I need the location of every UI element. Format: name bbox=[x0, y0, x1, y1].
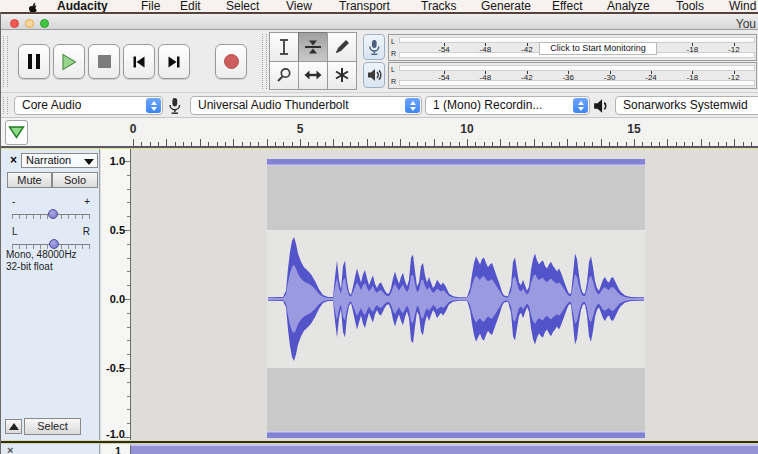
playback-device-value: Sonarworks Systemwid bbox=[623, 98, 748, 112]
stepper-icon bbox=[146, 98, 161, 113]
play-button[interactable] bbox=[53, 44, 85, 79]
menu-item-view[interactable]: View bbox=[286, 0, 312, 12]
track-2-ruler-label: 1 bbox=[115, 445, 121, 454]
selection-tool-button[interactable] bbox=[269, 32, 299, 62]
meter-scale-label: -12 bbox=[728, 45, 740, 54]
waveform-canvas[interactable] bbox=[130, 149, 758, 440]
menu-item-wind[interactable]: Wind bbox=[729, 0, 756, 12]
skip-to-end-button[interactable] bbox=[158, 44, 190, 79]
audacity-window: AudacityFileEditSelectViewTransportTrack… bbox=[0, 0, 758, 454]
playback-meter-speaker-button[interactable] bbox=[363, 62, 385, 88]
draw-tool-button[interactable] bbox=[327, 32, 357, 62]
close-track-icon[interactable]: × bbox=[7, 445, 13, 454]
track-control-panel: × Narration Mute Solo - + L R Mono bbox=[0, 149, 100, 440]
playback-device-select[interactable]: Sonarworks Systemwid bbox=[615, 96, 758, 115]
narration-waveform[interactable] bbox=[131, 149, 758, 440]
zoom-tool-button[interactable] bbox=[269, 61, 299, 91]
recording-device-select[interactable]: Universal Audio Thunderbolt bbox=[190, 96, 422, 115]
pause-button[interactable] bbox=[18, 44, 50, 79]
main-toolbar: L R -54-48-42-36-30-24-18-12-6Click to S… bbox=[0, 30, 758, 93]
multi-tool-button[interactable] bbox=[327, 61, 357, 91]
device-toolbar-grab-handle[interactable] bbox=[3, 97, 8, 114]
track-2-clip-top[interactable] bbox=[130, 444, 758, 454]
menu-item-effect[interactable]: Effect bbox=[552, 0, 582, 12]
timeline-tick bbox=[450, 142, 451, 146]
track-name-field[interactable]: Narration bbox=[21, 153, 98, 168]
timeline-tick bbox=[601, 139, 602, 146]
audio-host-select[interactable]: Core Audio bbox=[14, 96, 163, 115]
menu-item-analyze[interactable]: Analyze bbox=[607, 0, 650, 12]
stop-button[interactable] bbox=[88, 44, 120, 79]
menu-item-select[interactable]: Select bbox=[226, 0, 259, 12]
recording-meter-mic-button[interactable] bbox=[363, 34, 385, 60]
envelope-tool-button[interactable] bbox=[298, 32, 328, 62]
solo-button[interactable]: Solo bbox=[52, 172, 98, 188]
playhead-pin-button[interactable] bbox=[5, 120, 28, 145]
playback-meter-right-lane bbox=[399, 80, 755, 86]
timeline-tick bbox=[133, 139, 134, 146]
mute-button[interactable]: Mute bbox=[7, 172, 52, 188]
meter-scale-label: -18 bbox=[687, 73, 699, 82]
timeline-tick bbox=[183, 142, 184, 146]
timeline-tick bbox=[576, 142, 577, 146]
collapse-track-button[interactable] bbox=[5, 419, 22, 434]
timeline-tick bbox=[559, 142, 560, 146]
record-button[interactable] bbox=[215, 44, 247, 79]
minimize-window-button[interactable] bbox=[25, 19, 34, 28]
track-format-info: Mono, 48000Hz bbox=[6, 249, 77, 260]
window-title-bar: You bbox=[0, 12, 758, 30]
timeline-tick bbox=[242, 142, 243, 146]
menu-item-transport[interactable]: Transport bbox=[339, 0, 390, 12]
meter-scale-label: -48 bbox=[480, 45, 492, 54]
timeline-label: 10 bbox=[460, 122, 473, 136]
apple-icon[interactable] bbox=[27, 0, 38, 12]
zoom-window-button[interactable] bbox=[40, 19, 49, 28]
playback-meter[interactable]: L R -54-48-42-36-30-24-18-12-6 bbox=[388, 62, 757, 89]
close-track-icon[interactable]: × bbox=[7, 154, 20, 167]
zoom-tool-icon bbox=[276, 67, 292, 83]
timeline-tick bbox=[358, 142, 359, 146]
timeline-tick bbox=[350, 142, 351, 146]
timeline-tick bbox=[208, 142, 209, 146]
menu-item-generate[interactable]: Generate bbox=[481, 0, 531, 12]
timeline-tick bbox=[392, 142, 393, 146]
gain-slider-thumb[interactable] bbox=[48, 209, 58, 219]
pan-slider-thumb[interactable] bbox=[49, 239, 59, 249]
meter-scale-label: -36 bbox=[562, 73, 574, 82]
recording-meter[interactable]: L R -54-48-42-36-30-24-18-12-6Click to S… bbox=[388, 34, 757, 61]
multi-tool-icon bbox=[334, 67, 350, 83]
skip-to-start-button[interactable] bbox=[123, 44, 155, 79]
transport-toolbar-grab-handle[interactable] bbox=[3, 36, 8, 87]
timeline-tick bbox=[592, 142, 593, 146]
recording-channels-select[interactable]: 1 (Mono) Recordin... bbox=[425, 96, 590, 115]
meter-monitoring-overlay[interactable]: Click to Start Monitoring bbox=[539, 42, 657, 55]
select-track-button[interactable]: Select bbox=[24, 418, 81, 435]
timeline-ruler[interactable]: 051015 bbox=[0, 118, 758, 148]
vruler-label: -0.5 bbox=[106, 362, 125, 374]
vertical-scale-ruler[interactable]: 1.00.50.0-0.5-1.0 bbox=[101, 149, 130, 440]
recording-device-mic-icon bbox=[168, 97, 181, 118]
menu-item-edit[interactable]: Edit bbox=[180, 0, 201, 12]
timeline-tick bbox=[300, 139, 301, 146]
timeshift-tool-button[interactable] bbox=[298, 61, 328, 91]
pause-icon bbox=[28, 54, 40, 69]
timeline-tick bbox=[692, 142, 693, 146]
timeline-tick bbox=[525, 142, 526, 146]
timeline-tick bbox=[317, 142, 318, 146]
timeline-tick bbox=[442, 142, 443, 146]
menu-item-file[interactable]: File bbox=[141, 0, 160, 12]
timeline-tick bbox=[367, 139, 368, 146]
menu-item-tracks[interactable]: Tracks bbox=[421, 0, 457, 12]
recording-meter-right-label: R bbox=[391, 50, 396, 57]
menu-item-audacity[interactable]: Audacity bbox=[57, 0, 108, 12]
timeline-tick bbox=[258, 142, 259, 146]
timeline-tick bbox=[434, 139, 435, 146]
close-window-button[interactable] bbox=[10, 19, 19, 28]
menu-item-tools[interactable]: Tools bbox=[676, 0, 704, 12]
timeline-tick bbox=[509, 142, 510, 146]
gain-slider[interactable]: - + bbox=[10, 205, 92, 221]
timeline-tick bbox=[417, 142, 418, 146]
tools-toolbar-grab-handle[interactable] bbox=[262, 34, 267, 89]
timeline-tick bbox=[567, 139, 568, 146]
timeline-tick bbox=[400, 139, 401, 146]
